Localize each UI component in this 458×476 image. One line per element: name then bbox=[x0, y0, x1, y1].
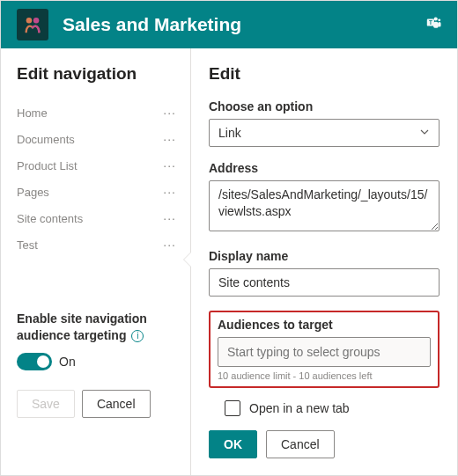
more-icon[interactable]: ··· bbox=[161, 211, 178, 225]
nav-item-label: Test bbox=[17, 238, 38, 252]
more-icon[interactable]: ··· bbox=[161, 106, 178, 120]
address-input[interactable] bbox=[209, 180, 440, 231]
panel-title: Edit bbox=[209, 64, 440, 84]
more-icon[interactable]: ··· bbox=[161, 158, 178, 172]
save-button: Save bbox=[17, 390, 75, 418]
open-new-tab-checkbox[interactable] bbox=[225, 400, 240, 416]
more-icon[interactable]: ··· bbox=[161, 185, 178, 199]
more-icon[interactable]: ··· bbox=[161, 238, 178, 252]
svg-text:T: T bbox=[429, 19, 432, 26]
nav-item-home[interactable]: Home ··· bbox=[17, 99, 178, 126]
site-header: Sales and Marketing T bbox=[1, 1, 457, 48]
svg-point-0 bbox=[26, 18, 33, 24]
cancel-button[interactable]: Cancel bbox=[266, 430, 335, 458]
panel-title: Edit navigation bbox=[17, 64, 178, 84]
audience-targeting-toggle[interactable] bbox=[17, 353, 52, 370]
svg-point-1 bbox=[33, 18, 40, 24]
nav-item-label: Pages bbox=[17, 186, 49, 199]
cancel-button[interactable]: Cancel bbox=[82, 390, 151, 418]
svg-point-3 bbox=[438, 18, 440, 21]
nav-item-test[interactable]: Test ··· bbox=[17, 231, 178, 258]
nav-list: Home ··· Documents ··· Product List ··· … bbox=[17, 99, 178, 258]
option-value: Link bbox=[218, 126, 241, 140]
info-icon[interactable]: i bbox=[131, 330, 144, 342]
nav-item-pages[interactable]: Pages ··· bbox=[17, 179, 178, 205]
audiences-input[interactable] bbox=[218, 337, 431, 367]
site-title: Sales and Marketing bbox=[63, 14, 425, 35]
more-icon[interactable]: ··· bbox=[161, 132, 178, 146]
main: Edit navigation Home ··· Documents ··· P… bbox=[1, 48, 457, 475]
svg-point-2 bbox=[434, 17, 438, 20]
site-logo bbox=[17, 9, 48, 40]
display-name-label: Display name bbox=[209, 249, 440, 263]
toggle-label: Enable site navigation audience targetin… bbox=[17, 311, 178, 344]
edit-navigation-panel: Edit navigation Home ··· Documents ··· P… bbox=[1, 48, 190, 475]
audience-targeting-section: Enable site navigation audience targetin… bbox=[17, 311, 178, 370]
svg-rect-5 bbox=[438, 22, 440, 26]
nav-item-label: Home bbox=[17, 106, 48, 120]
audiences-label: Audiences to target bbox=[218, 318, 431, 332]
handshake-icon bbox=[21, 13, 44, 36]
chevron-down-icon bbox=[419, 126, 430, 140]
nav-item-product-list[interactable]: Product List ··· bbox=[17, 152, 178, 179]
edit-link-panel: Edit Choose an option Link Address Displ… bbox=[190, 48, 457, 475]
open-new-tab-label: Open in a new tab bbox=[249, 401, 350, 415]
nav-item-label: Site contents bbox=[17, 212, 83, 225]
toggle-state: On bbox=[59, 355, 76, 369]
option-label: Choose an option bbox=[209, 99, 440, 114]
nav-item-site-contents[interactable]: Site contents ··· bbox=[17, 205, 178, 231]
audiences-hint: 10 audience limit - 10 audiences left bbox=[218, 370, 431, 381]
option-select[interactable]: Link bbox=[209, 119, 440, 147]
nav-item-documents[interactable]: Documents ··· bbox=[17, 126, 178, 152]
display-name-input[interactable] bbox=[209, 268, 440, 297]
ok-button[interactable]: OK bbox=[209, 430, 257, 458]
address-label: Address bbox=[209, 161, 440, 175]
teams-icon[interactable]: T bbox=[425, 15, 441, 34]
callout-arrow-icon bbox=[184, 253, 191, 267]
nav-item-label: Product List bbox=[17, 159, 78, 172]
nav-item-label: Documents bbox=[17, 133, 75, 146]
audiences-highlight: Audiences to target 10 audience limit - … bbox=[209, 311, 440, 388]
